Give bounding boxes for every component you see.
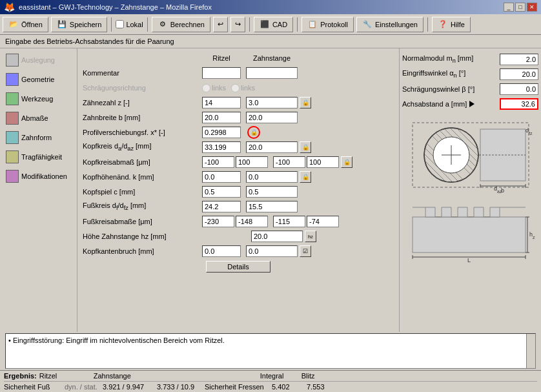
minimize-btn[interactable]: _	[504, 3, 514, 12]
radio-input-links-z[interactable]	[231, 84, 240, 92]
radio-links-z[interactable]: links	[231, 84, 255, 92]
sidebar-item-geometrie[interactable]: Geometrie	[1, 70, 76, 88]
protocol-button[interactable]: 📋 Protokoll	[301, 17, 354, 32]
prop-row-eingriffswinkel: Eingriffswinkel αn [°]	[402, 67, 538, 81]
save-button[interactable]: 💾 Speichern	[51, 17, 108, 32]
radio-input-links-r[interactable]	[202, 84, 210, 92]
message-section: • Eingriffsstörung: Eingriff im nichtevo…	[0, 332, 541, 370]
label-schrag: Schrägungsrichtung	[83, 84, 202, 92]
modi-icon	[6, 170, 19, 183]
input-fusskreisabmasse-z1[interactable]	[273, 216, 305, 227]
prop-input-achsabstand[interactable]	[500, 98, 538, 110]
input-zahnezahl-zahnstange[interactable]	[246, 97, 298, 108]
input-fusskreis-ritzel[interactable]	[202, 201, 241, 212]
profilv-icon-btn[interactable]: 🔒	[247, 126, 260, 139]
integral-val: 5.402	[272, 383, 304, 391]
input-fusskreis-zahnstange[interactable]	[246, 201, 298, 212]
sidebar-item-abmasse[interactable]: Abmaße	[1, 109, 76, 127]
input-kopfkantenbruch-ritzel[interactable]	[202, 245, 241, 257]
cad-button[interactable]: ⬛ CAD	[254, 17, 293, 32]
input-kopfkreis-ritzel[interactable]	[202, 141, 241, 153]
hohe-z-icon[interactable]: hz	[305, 231, 316, 242]
gear-diagram: dfz daz b	[406, 116, 535, 194]
input-kommentar-zahnstange[interactable]	[246, 67, 298, 79]
separator2	[147, 17, 148, 32]
input-kopfspiel-zahnstange[interactable]	[246, 186, 298, 198]
help-button[interactable]: ❓ Hilfe	[432, 17, 471, 32]
prop-input-eingriffswinkel[interactable]	[500, 68, 538, 80]
input-kopfspiel-ritzel[interactable]	[202, 186, 241, 198]
calculate-button[interactable]: ⚙ Berechnen	[152, 17, 210, 32]
kopfkreisabmass-lock-btn[interactable]: 🔒	[341, 156, 352, 168]
label-fusskreisabmasse: Fußkreisabmaße [μm]	[83, 218, 202, 225]
sicherheit-fressen-label: Sicherheit Fressen	[205, 383, 269, 391]
radio-links-ritzel[interactable]: links	[202, 84, 226, 92]
close-btn[interactable]: ✕	[527, 3, 537, 12]
help-icon: ❓	[438, 19, 448, 30]
sidebar-item-modifikationen[interactable]: Modifikationen	[1, 167, 76, 185]
input-zahnbreite-ritzel[interactable]	[202, 112, 241, 123]
ergebnis-label: Ergebnis:	[4, 372, 37, 380]
row-kommentar: Kommentar	[83, 66, 394, 80]
auslegung-icon	[6, 54, 19, 67]
input-fusskreisabmasse-r1[interactable]	[202, 216, 234, 227]
input-kopfkreisabmass-z1[interactable]	[273, 156, 305, 168]
label-kopfkantenbruch: Kopfkantenbruch [mm]	[83, 247, 202, 255]
sidebar-item-zahnform[interactable]: Zahnform	[1, 129, 76, 147]
window-controls[interactable]: _ □ ✕	[504, 3, 537, 12]
input-kopfhohend-zahnstange[interactable]	[246, 171, 298, 183]
row-schragungsrichtung: Schrägungsrichtung links links	[83, 81, 394, 95]
input-zahnbreite-zahnstange[interactable]	[246, 112, 298, 123]
kopfhohend-lock-btn[interactable]: 🔒	[300, 171, 311, 183]
undo-button[interactable]: ↩	[213, 17, 228, 32]
input-fusskreisabmasse-z2[interactable]	[307, 216, 339, 227]
prop-input-schragungswinkel[interactable]	[500, 83, 538, 95]
input-hohe-zahnstange[interactable]	[251, 231, 303, 242]
label-kopfhohend: Kopfhöhenänd. k [mm]	[83, 173, 202, 181]
row-kopfspiel: Kopfspiel c [mm]	[83, 185, 394, 199]
input-fusskreisabmasse-r2[interactable]	[236, 216, 268, 227]
save-icon: 💾	[57, 19, 67, 30]
details-button[interactable]: Details	[206, 261, 270, 273]
row-kopfhohend: Kopfhöhenänd. k [mm] 🔒	[83, 170, 394, 184]
zahnstange-val: 3.733 / 10.9	[157, 383, 202, 391]
input-kopfkreisabmass-r1[interactable]	[202, 156, 234, 168]
kopfkreis-lock-btn[interactable]: 🔒	[300, 141, 311, 153]
local-checkbox-label[interactable]: Lokal	[116, 20, 143, 28]
input-kopfkreisabmass-z2[interactable]	[307, 156, 339, 168]
local-checkbox[interactable]	[116, 20, 124, 28]
redo-button[interactable]: ↪	[230, 17, 245, 32]
col-zahnstange: Zahnstange	[246, 54, 298, 62]
input-kopfhohend-ritzel[interactable]	[202, 171, 241, 183]
sidebar-item-tragfahigkeit[interactable]: Tragfähigkeit	[1, 148, 76, 166]
arrow-icon	[469, 101, 475, 107]
maximize-btn[interactable]: □	[515, 3, 526, 12]
settings-button[interactable]: 🔧 Einstellungen	[356, 17, 424, 32]
protocol-icon: 📋	[307, 19, 318, 30]
sidebar-label-auslegung: Auslegung	[21, 56, 55, 64]
lock-icon-btn[interactable]: 🔒	[300, 97, 311, 108]
open-button[interactable]: 📂 Öffnen	[3, 17, 48, 32]
kopfkanten-check-btn[interactable]: ☑	[300, 245, 311, 257]
input-zahnezahl-ritzel[interactable]	[202, 97, 241, 108]
input-kommentar-ritzel[interactable]	[202, 67, 241, 79]
sidebar-label-modi: Modifikationen	[21, 172, 67, 180]
label-kommentar: Kommentar	[83, 69, 202, 77]
status-col-ritzel: Ritzel	[39, 372, 91, 380]
sidebar-item-werkzeug[interactable]: Werkzeug	[1, 90, 76, 108]
label-fusskreis: Fußkreis df/dfz [mm]	[83, 201, 202, 211]
radio-group-zahnstange: links	[231, 84, 255, 92]
input-kopfkantenbruch-zahnstange[interactable]	[246, 245, 298, 257]
trag-icon	[6, 150, 19, 163]
row-profilverschiebung: Profilverschiebungsf. x* [-] 🔒	[83, 125, 394, 139]
right-panel: Normalmodul mn [mm] Eingriffswinkel αn […	[399, 48, 541, 332]
rack-diagram: hz L	[406, 198, 535, 262]
input-profilv-ritzel[interactable]	[202, 127, 241, 138]
scrollbar[interactable]	[526, 334, 535, 368]
input-kopfkreisabmass-r2[interactable]	[236, 156, 268, 168]
prop-input-normalmodul[interactable]	[500, 54, 538, 65]
status-col-zahnstange: Zahnstange	[94, 372, 152, 380]
svg-text:hz: hz	[529, 231, 535, 240]
input-kopfkreis-zahnstange[interactable]	[246, 141, 298, 153]
folder-icon: 📂	[8, 19, 19, 30]
